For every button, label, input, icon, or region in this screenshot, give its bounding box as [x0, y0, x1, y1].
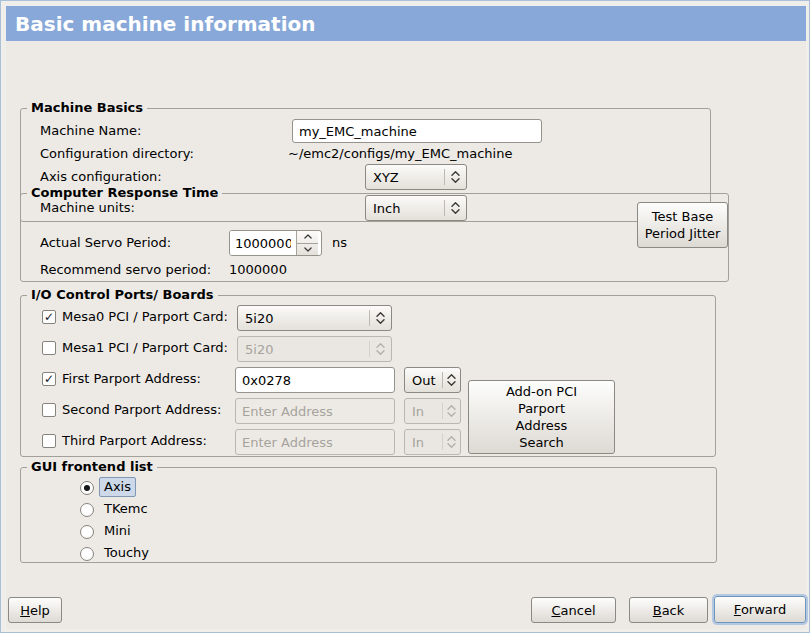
servo-period-unit: ns: [332, 235, 347, 251]
addon-pci-search-button[interactable]: Add-on PCI Parport Address Search: [468, 380, 615, 454]
io-ports-section: I/O Control Ports/ Boards ✓ Mesa0 PCI / …: [20, 295, 716, 457]
combo-arrows-icon: [370, 306, 391, 330]
response-time-section: Computer Response Time Test Base Period …: [20, 193, 729, 282]
test-base-period-jitter-button[interactable]: Test Base Period Jitter: [637, 202, 728, 248]
radio-touchy[interactable]: [80, 547, 94, 561]
forward-button[interactable]: Forward: [714, 596, 806, 623]
gui-frontend-legend: GUI frontend list: [27, 459, 157, 475]
page-title: Basic machine information: [6, 12, 316, 36]
mesa0-label: Mesa0 PCI / Parport Card:: [62, 309, 228, 325]
content-area: Machine Basics Machine Name: Configurati…: [6, 41, 806, 629]
machine-basics-legend: Machine Basics: [27, 100, 147, 116]
first-parport-label: First Parport Address:: [62, 371, 201, 387]
mesa1-card-select: 5i20: [237, 336, 392, 362]
machine-name-label: Machine Name:: [40, 123, 141, 139]
checkmark-icon: ✓: [44, 311, 54, 323]
axis-configuration-select[interactable]: XYZ: [365, 164, 467, 190]
combo-arrows-icon: [443, 430, 460, 454]
first-parport-checkbox[interactable]: ✓: [42, 372, 56, 386]
titlebar: Basic machine information: [6, 6, 806, 41]
radio-tkemc[interactable]: [80, 503, 94, 517]
radio-tkemc-label[interactable]: TKemc: [99, 499, 153, 519]
radio-mini-label[interactable]: Mini: [99, 521, 136, 541]
radio-mini[interactable]: [80, 525, 94, 539]
combo-arrows-icon: [443, 368, 460, 392]
axis-configuration-label: Axis configuration:: [40, 169, 162, 185]
config-directory-label: Configuration directory:: [40, 146, 194, 162]
mesa1-label: Mesa1 PCI / Parport Card:: [62, 340, 228, 356]
third-parport-label: Third Parport Address:: [62, 433, 207, 449]
checkmark-icon: ✓: [44, 373, 54, 385]
second-parport-address-input: [235, 398, 395, 424]
first-parport-address-input[interactable]: [235, 367, 395, 393]
mesa0-checkbox[interactable]: ✓: [42, 310, 56, 324]
radio-touchy-label[interactable]: Touchy: [99, 543, 154, 563]
recommend-period-value: 1000000: [229, 262, 287, 278]
second-parport-label: Second Parport Address:: [62, 402, 221, 418]
radio-axis-label[interactable]: Axis: [99, 477, 136, 497]
third-parport-direction-select: In: [404, 429, 461, 455]
back-button[interactable]: Back: [629, 597, 708, 623]
combo-arrows-icon: [370, 337, 391, 361]
help-button[interactable]: Help: [8, 597, 62, 623]
recommend-period-label: Recommend servo period:: [40, 262, 211, 278]
wizard-window: Basic machine information Machine Basics…: [0, 0, 810, 633]
mesa1-checkbox[interactable]: [42, 341, 56, 355]
mesa0-card-select[interactable]: 5i20: [237, 305, 392, 331]
servo-period-input[interactable]: [230, 231, 296, 255]
spinner-up-button[interactable]: [297, 231, 318, 243]
third-parport-address-input: [235, 429, 395, 455]
first-parport-direction-select[interactable]: Out: [404, 367, 461, 393]
combo-arrows-icon: [443, 399, 460, 423]
servo-period-spinner[interactable]: [229, 230, 322, 256]
machine-name-input[interactable]: [292, 119, 542, 143]
servo-period-label: Actual Servo Period:: [40, 235, 171, 251]
config-directory-value: ~/emc2/configs/my_EMC_machine: [288, 146, 512, 162]
spinner-down-button[interactable]: [297, 243, 318, 256]
radio-axis[interactable]: [80, 481, 94, 495]
second-parport-checkbox[interactable]: [42, 403, 56, 417]
gui-frontend-section: GUI frontend list Axis TKemc Mini Touchy: [20, 467, 717, 563]
cancel-button[interactable]: Cancel: [531, 597, 616, 623]
response-time-legend: Computer Response Time: [27, 185, 222, 201]
third-parport-checkbox[interactable]: [42, 434, 56, 448]
combo-arrows-icon: [445, 165, 466, 189]
second-parport-direction-select: In: [404, 398, 461, 424]
io-ports-legend: I/O Control Ports/ Boards: [27, 287, 218, 303]
